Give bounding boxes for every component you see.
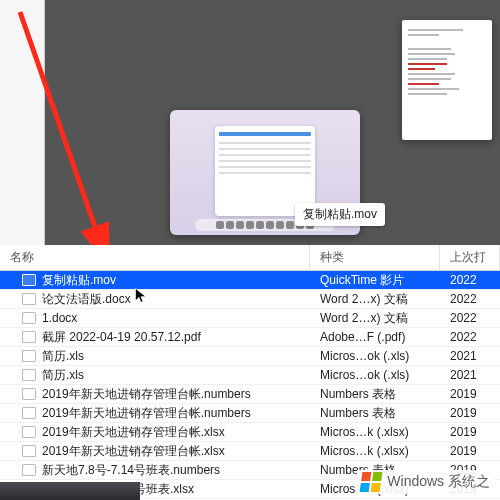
file-kind: Micros…k (.xlsx) bbox=[310, 444, 440, 458]
file-date: 2022 bbox=[440, 292, 500, 306]
thumbnail-filename-label: 复制粘贴.mov bbox=[295, 203, 385, 226]
file-name: 简历.xls bbox=[42, 367, 84, 384]
preview-area: 复制粘贴.mov bbox=[0, 0, 500, 245]
file-name: 2019年新天地进销存管理台帐.xlsx bbox=[42, 443, 225, 460]
file-name: 2019年新天地进销存管理台帐.numbers bbox=[42, 386, 251, 403]
file-name: 截屏 2022-04-19 20.57.12.pdf bbox=[42, 329, 201, 346]
file-kind: QuickTime 影片 bbox=[310, 272, 440, 289]
file-date: 2022 bbox=[440, 311, 500, 325]
file-kind: Micros…ok (.xls) bbox=[310, 349, 440, 363]
file-row[interactable]: 2019年新天地进销存管理台帐.numbersNumbers 表格2019 bbox=[0, 404, 500, 423]
file-name: 论文法语版.docx bbox=[42, 291, 131, 308]
watermark: Windows 系统之 bbox=[357, 470, 494, 494]
num-file-icon bbox=[22, 464, 36, 476]
file-date: 2019 bbox=[440, 425, 500, 439]
file-kind: Adobe…F (.pdf) bbox=[310, 330, 440, 344]
file-name: 新天地7.8号-7.14号班表.numbers bbox=[42, 462, 220, 479]
file-date: 2022 bbox=[440, 273, 500, 287]
file-kind: Word 2…x) 文稿 bbox=[310, 310, 440, 327]
watermark-text: Windows 系统之 bbox=[387, 473, 490, 491]
column-headers[interactable]: 名称 种类 上次打 bbox=[0, 245, 500, 271]
file-row[interactable]: 复制粘贴.movQuickTime 影片2022 bbox=[0, 271, 500, 290]
file-list: 名称 种类 上次打 复制粘贴.movQuickTime 影片2022论文法语版.… bbox=[0, 245, 500, 500]
document-thumbnail[interactable] bbox=[402, 20, 492, 140]
file-date: 2019 bbox=[440, 444, 500, 458]
num-file-icon bbox=[22, 388, 36, 400]
doc-file-icon bbox=[22, 293, 36, 305]
file-row[interactable]: 论文法语版.docxWord 2…x) 文稿2022 bbox=[0, 290, 500, 309]
column-name[interactable]: 名称 bbox=[0, 245, 310, 270]
xls-file-icon bbox=[22, 350, 36, 362]
file-kind: Micros…k (.xlsx) bbox=[310, 425, 440, 439]
bottom-strip bbox=[0, 482, 140, 500]
xls-file-icon bbox=[22, 445, 36, 457]
pdf-file-icon bbox=[22, 331, 36, 343]
num-file-icon bbox=[22, 407, 36, 419]
file-row[interactable]: 2019年新天地进销存管理台帐.numbersNumbers 表格2019 bbox=[0, 385, 500, 404]
file-row[interactable]: 2019年新天地进销存管理台帐.xlsxMicros…k (.xlsx)2019 bbox=[0, 442, 500, 461]
file-name: 简历.xls bbox=[42, 348, 84, 365]
mov-file-icon bbox=[22, 274, 36, 286]
sidebar-strip bbox=[0, 0, 45, 245]
file-name: 1.docx bbox=[42, 311, 77, 325]
file-name: 2019年新天地进销存管理台帐.xlsx bbox=[42, 424, 225, 441]
file-name: 复制粘贴.mov bbox=[42, 272, 116, 289]
file-date: 2021 bbox=[440, 368, 500, 382]
file-row[interactable]: 简历.xlsMicros…ok (.xls)2021 bbox=[0, 366, 500, 385]
file-kind: Numbers 表格 bbox=[310, 405, 440, 422]
file-date: 2021 bbox=[440, 349, 500, 363]
file-kind: Micros…ok (.xls) bbox=[310, 368, 440, 382]
file-row[interactable]: 2019年新天地进销存管理台帐.xlsxMicros…k (.xlsx)2019 bbox=[0, 423, 500, 442]
file-date: 2019 bbox=[440, 387, 500, 401]
file-date: 2022 bbox=[440, 330, 500, 344]
xls-file-icon bbox=[22, 369, 36, 381]
file-row[interactable]: 截屏 2022-04-19 20.57.12.pdfAdobe…F (.pdf)… bbox=[0, 328, 500, 347]
column-kind[interactable]: 种类 bbox=[310, 245, 440, 270]
xls-file-icon bbox=[22, 426, 36, 438]
file-row[interactable]: 1.docxWord 2…x) 文稿2022 bbox=[0, 309, 500, 328]
file-kind: Numbers 表格 bbox=[310, 386, 440, 403]
column-last[interactable]: 上次打 bbox=[440, 245, 500, 270]
doc-file-icon bbox=[22, 312, 36, 324]
file-date: 2019 bbox=[440, 406, 500, 420]
windows-logo-icon bbox=[360, 472, 383, 492]
file-name: 2019年新天地进销存管理台帐.numbers bbox=[42, 405, 251, 422]
file-row[interactable]: 简历.xlsMicros…ok (.xls)2021 bbox=[0, 347, 500, 366]
file-kind: Word 2…x) 文稿 bbox=[310, 291, 440, 308]
